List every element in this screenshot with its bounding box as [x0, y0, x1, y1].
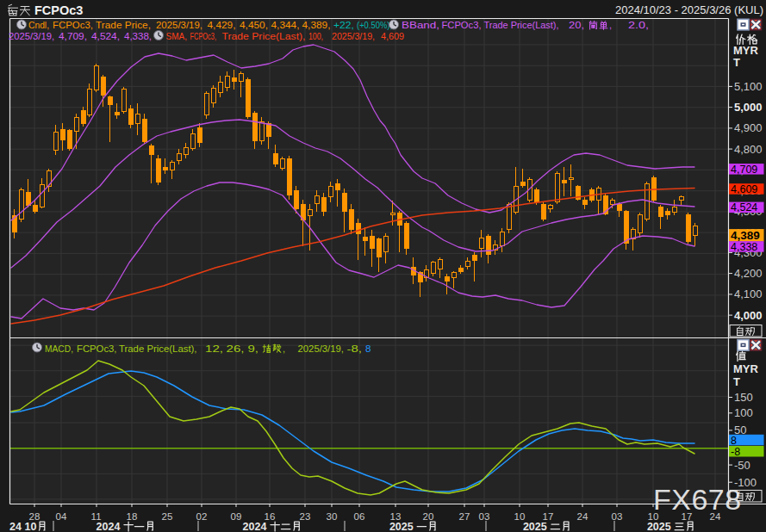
svg-text:SMA,: SMA,: [166, 31, 188, 41]
svg-text:150: 150: [734, 391, 753, 404]
svg-text:30: 30: [327, 511, 338, 522]
svg-text:04: 04: [56, 511, 67, 522]
svg-text:2024/10/23 - 2025/3/26 (KUL): 2024/10/23 - 2025/3/26 (KUL): [615, 3, 763, 16]
svg-text:12,: 12,: [205, 343, 223, 354]
svg-text:2025: 2025: [523, 521, 547, 532]
svg-text:2024: 2024: [97, 521, 121, 532]
svg-text:FCPOc3,: FCPOc3,: [77, 343, 117, 354]
svg-text:FX678: FX678: [653, 483, 742, 516]
svg-text:5,000: 5,000: [734, 101, 763, 114]
svg-text:-8,: -8,: [347, 343, 363, 354]
svg-text:4,344,: 4,344,: [271, 20, 300, 30]
svg-text:26,: 26,: [227, 343, 245, 354]
svg-text:2025: 2025: [647, 521, 671, 532]
svg-text:4,900: 4,900: [734, 121, 763, 134]
svg-text:FCPOc3,: FCPOc3,: [53, 20, 93, 30]
svg-text:8: 8: [365, 343, 371, 354]
svg-text:2025: 2025: [389, 521, 414, 532]
svg-text:03: 03: [612, 511, 623, 522]
svg-text:Cndl,: Cndl,: [28, 20, 49, 30]
svg-text:4,100: 4,100: [734, 288, 763, 300]
svg-text:FCPOc3,: FCPOc3,: [190, 31, 217, 41]
svg-text:4,524: 4,524: [731, 201, 757, 213]
svg-text:MACD,: MACD,: [45, 343, 73, 354]
svg-text:4,609: 4,609: [381, 31, 404, 41]
svg-text:2025/3/19,: 2025/3/19,: [298, 343, 345, 354]
svg-text:4,338,: 4,338,: [124, 31, 152, 41]
svg-text:2025/3/19,: 2025/3/19,: [156, 20, 202, 30]
svg-text:2025/3/19,: 2025/3/19,: [332, 31, 375, 41]
svg-text:4,709,: 4,709,: [59, 31, 87, 41]
svg-text:(+0.50%),: (+0.50%),: [357, 20, 392, 30]
svg-text:20,: 20,: [569, 20, 584, 30]
svg-text:,: ,: [283, 343, 285, 354]
svg-text:Trade Price,: Trade Price,: [96, 20, 151, 30]
svg-text:4,524,: 4,524,: [91, 31, 120, 41]
svg-text:T: T: [733, 375, 740, 388]
svg-text:4,800: 4,800: [734, 143, 763, 156]
svg-text:100: 100: [734, 406, 753, 419]
svg-text:06: 06: [354, 511, 365, 522]
svg-text:FCPOc3: FCPOc3: [34, 3, 83, 17]
svg-text:+22,: +22,: [333, 20, 354, 30]
svg-text:4,200: 4,200: [734, 267, 763, 280]
svg-text:BBand,: BBand,: [402, 20, 439, 30]
svg-text:4,000: 4,000: [734, 309, 763, 322]
svg-text:Trade Price(Last),: Trade Price(Last),: [119, 343, 197, 354]
svg-text:23: 23: [300, 511, 311, 522]
svg-text:2025/3/19,: 2025/3/19,: [9, 31, 54, 41]
svg-text:2.0,: 2.0,: [628, 20, 649, 30]
svg-text:09: 09: [231, 511, 242, 522]
svg-text:02: 02: [196, 511, 208, 522]
svg-text:5,100: 5,100: [734, 80, 763, 93]
svg-text:4,389,: 4,389,: [302, 20, 331, 30]
svg-text:,: ,: [609, 20, 612, 30]
svg-text:24 10: 24 10: [9, 521, 36, 532]
svg-text:Trade Price(Last),: Trade Price(Last),: [484, 20, 559, 30]
svg-text:-50: -50: [734, 459, 750, 472]
svg-text:-8: -8: [731, 446, 740, 458]
svg-text:4,709: 4,709: [731, 164, 757, 176]
svg-text:4,389: 4,389: [731, 229, 760, 242]
svg-text:18: 18: [127, 511, 138, 522]
svg-text:FCPOc3,: FCPOc3,: [442, 20, 482, 30]
svg-text:27: 27: [459, 511, 470, 522]
svg-text:Trade Price(Last),: Trade Price(Last),: [222, 31, 306, 41]
svg-text:25: 25: [162, 511, 173, 522]
svg-text:8: 8: [731, 435, 737, 447]
svg-text:4,429,: 4,429,: [208, 20, 236, 30]
svg-text:4,609: 4,609: [731, 183, 757, 195]
svg-text:4,338: 4,338: [731, 241, 757, 253]
svg-text:03: 03: [479, 511, 490, 522]
svg-text:2024: 2024: [243, 521, 267, 532]
svg-text:T: T: [733, 56, 740, 69]
svg-text:9,: 9,: [248, 343, 259, 354]
svg-text:4,450,: 4,450,: [240, 20, 268, 30]
svg-text:20: 20: [423, 511, 434, 522]
svg-text:100,: 100,: [308, 31, 323, 41]
svg-text:MYR: MYR: [733, 362, 759, 375]
svg-text:24: 24: [577, 511, 589, 522]
